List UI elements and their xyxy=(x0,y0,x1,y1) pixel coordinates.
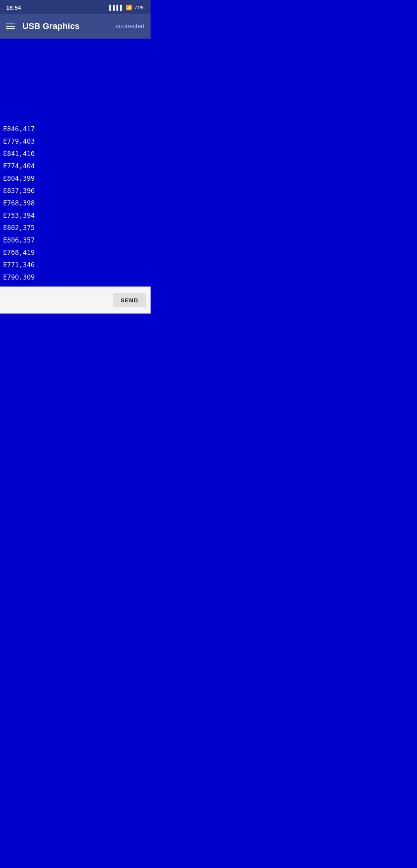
list-item: E753,394 xyxy=(2,209,149,222)
status-time: 18:54 xyxy=(6,4,21,11)
list-item: E846,417 xyxy=(2,123,149,135)
app-title: USB Graphics xyxy=(22,21,116,31)
list-item: E804,399 xyxy=(2,172,149,185)
list-item: E779,403 xyxy=(2,135,149,147)
app-bar: USB Graphics connected xyxy=(0,14,151,39)
list-item: E806,357 xyxy=(2,234,149,246)
battery-icon: 71% xyxy=(134,5,144,10)
list-item: E771,346 xyxy=(2,259,149,271)
data-log: E846,417E779,403E841,416E774,404E804,399… xyxy=(2,123,149,283)
battery-level: 71 xyxy=(134,5,140,10)
list-item: E790,309 xyxy=(2,271,149,283)
send-button[interactable]: SEND xyxy=(113,293,146,307)
message-input[interactable] xyxy=(5,294,108,306)
bottom-bar: SEND xyxy=(0,287,151,314)
list-item: E841,416 xyxy=(2,147,149,160)
status-icons: ▌▌▌▌ 📶 71% xyxy=(109,5,144,10)
list-item: E774,404 xyxy=(2,160,149,172)
status-bar: 18:54 ▌▌▌▌ 📶 71% xyxy=(0,0,151,14)
list-item: E837,396 xyxy=(2,185,149,197)
signal-icon: ▌▌▌▌ xyxy=(109,5,124,10)
connection-status: connected xyxy=(116,23,144,30)
menu-icon[interactable] xyxy=(6,24,15,29)
main-content: E846,417E779,403E841,416E774,404E804,399… xyxy=(0,39,151,287)
list-item: E768,419 xyxy=(2,246,149,259)
list-item: E768,398 xyxy=(2,197,149,209)
list-item: E802,375 xyxy=(2,222,149,234)
wifi-icon: 📶 xyxy=(126,5,132,10)
